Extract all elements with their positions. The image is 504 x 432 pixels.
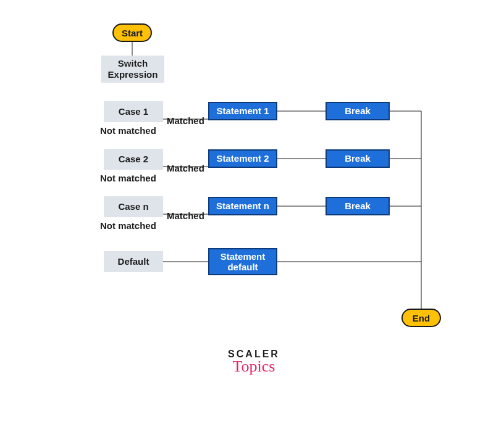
start-node: Start	[112, 23, 152, 42]
case-n-label: Case n	[118, 201, 148, 212]
default-node: Default	[104, 251, 163, 272]
statement-2-label: Statement 2	[216, 153, 269, 164]
case-2-node: Case 2	[104, 149, 163, 170]
end-node: End	[401, 309, 441, 327]
scaler-topics-logo: SCALER Topics	[220, 349, 288, 376]
statement-2-node: Statement 2	[208, 149, 277, 168]
case-n-node: Case n	[104, 196, 163, 217]
statement-n-label: Statement n	[216, 201, 269, 211]
logo-bottom-text: Topics	[220, 357, 288, 376]
break-2-label: Break	[345, 153, 371, 164]
break-n-label: Break	[345, 201, 371, 211]
switch-expression-label: Switch Expression	[108, 58, 158, 80]
case-n-notmatched-label: Not matched	[100, 220, 156, 231]
case-2-matched-label: Matched	[167, 163, 204, 173]
statement-n-node: Statement n	[208, 197, 277, 215]
flowchart-canvas: Start Switch Expression Case 1 Matched S…	[0, 0, 504, 432]
statement-default-label: Statement default	[220, 251, 266, 273]
case-2-label: Case 2	[119, 154, 148, 165]
case-n-matched-label: Matched	[167, 210, 204, 221]
statement-default-node: Statement default	[208, 248, 277, 275]
break-1-label: Break	[345, 106, 371, 116]
default-label: Default	[118, 256, 149, 267]
case-1-matched-label: Matched	[167, 115, 204, 126]
statement-1-label: Statement 1	[216, 106, 269, 116]
case-1-label: Case 1	[119, 106, 148, 117]
case-2-notmatched-label: Not matched	[100, 173, 156, 183]
break-n-node: Break	[326, 197, 390, 215]
switch-expression-node: Switch Expression	[101, 56, 164, 83]
case-1-node: Case 1	[104, 101, 163, 122]
end-label: End	[413, 313, 430, 323]
break-2-node: Break	[326, 149, 390, 168]
case-1-notmatched-label: Not matched	[100, 125, 156, 136]
break-1-node: Break	[326, 102, 390, 120]
start-label: Start	[122, 28, 143, 38]
statement-1-node: Statement 1	[208, 102, 277, 120]
